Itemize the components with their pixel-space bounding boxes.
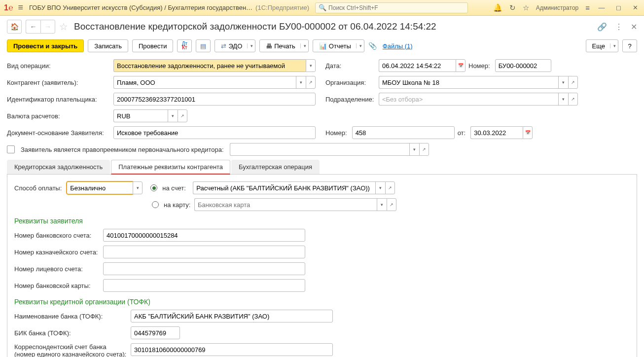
- successor-dropdown[interactable]: ▾: [409, 143, 419, 156]
- payment-method-input[interactable]: [67, 181, 133, 194]
- nav-forward-button[interactable]: →: [40, 20, 55, 34]
- operation-type-input[interactable]: [113, 59, 306, 72]
- minimize-button[interactable]: —: [597, 4, 607, 11]
- date-picker-button[interactable]: 📅: [456, 59, 465, 72]
- counterparty-label: Контрагент (заявитель):: [7, 79, 110, 86]
- bell-icon[interactable]: 🔔: [493, 3, 502, 12]
- payer-id-input[interactable]: [113, 93, 316, 106]
- close-doc-button[interactable]: ✕: [631, 22, 637, 32]
- treasury-input[interactable]: [103, 246, 305, 258]
- search-icon: 🔍: [319, 4, 326, 11]
- currency-input[interactable]: [113, 109, 168, 122]
- account-open[interactable]: ↗: [385, 181, 395, 194]
- personal-input[interactable]: [103, 262, 305, 275]
- home-button[interactable]: 🏠: [7, 20, 22, 34]
- radio-to-card[interactable]: [152, 201, 159, 208]
- user-label[interactable]: Администратор: [536, 4, 579, 11]
- card-num-input[interactable]: [103, 279, 305, 292]
- currency-open[interactable]: ↗: [178, 109, 187, 122]
- star-icon[interactable]: ☆: [523, 3, 529, 12]
- save-button[interactable]: Записать: [88, 39, 128, 52]
- basis-num-input[interactable]: [352, 126, 455, 139]
- counterparty-input[interactable]: [113, 76, 296, 89]
- favorite-toggle[interactable]: ☆: [59, 21, 68, 33]
- payer-id-label: Идентификатор плательщика:: [7, 96, 110, 103]
- operation-type-dropdown[interactable]: ▾: [306, 59, 316, 72]
- bank-name-label: Наименование банка (ТОФК):: [14, 313, 128, 320]
- toolbar: Провести и закрыть Записать Провести ДтК…: [0, 37, 644, 57]
- account-dropdown[interactable]: ▾: [375, 181, 385, 194]
- nav-back-button[interactable]: ←: [26, 20, 40, 34]
- card-open[interactable]: ↗: [387, 198, 396, 211]
- org-open[interactable]: ↗: [568, 76, 578, 89]
- successor-label: Заявитель является правопреемником перво…: [21, 146, 224, 153]
- bank-acc-input[interactable]: [103, 229, 305, 242]
- more-button[interactable]: Еще: [586, 39, 618, 52]
- successor-input[interactable]: [230, 143, 409, 156]
- basis-date-input[interactable]: [470, 126, 523, 139]
- org-dropdown[interactable]: ▾: [558, 76, 568, 89]
- org-label: Организация:: [325, 79, 374, 86]
- credit-org-section-title: Реквизиты кредитной организации (ТОФК): [14, 298, 630, 306]
- tab-creditor-debt[interactable]: Кредиторская задолженность: [7, 160, 110, 174]
- doc-title: Восстановление кредиторской задолженност…: [74, 21, 589, 32]
- panel-icon[interactable]: ≡: [585, 3, 590, 12]
- basis-input[interactable]: [113, 126, 316, 139]
- operation-type-label: Вид операции:: [7, 62, 110, 70]
- app-suffix: (1С:Предприятие): [255, 4, 309, 11]
- org-input[interactable]: [379, 76, 558, 89]
- basis-label: Документ-основание Заявителя:: [7, 129, 110, 137]
- global-search[interactable]: 🔍: [315, 2, 468, 13]
- files-link[interactable]: Файлы (1): [383, 42, 413, 50]
- bank-acc-label: Номер банковского счета:: [14, 232, 100, 239]
- payment-method-label: Способ оплаты:: [14, 184, 62, 192]
- card-num-label: Номер банковской карты:: [14, 282, 100, 289]
- dept-input[interactable]: [379, 93, 558, 106]
- dept-dropdown[interactable]: ▾: [558, 93, 568, 106]
- successor-open[interactable]: ↗: [419, 143, 429, 156]
- search-input[interactable]: [328, 4, 465, 11]
- account-input[interactable]: [193, 181, 375, 194]
- date-label: Дата:: [325, 62, 374, 70]
- help-button[interactable]: ?: [622, 39, 637, 52]
- radio-to-account[interactable]: [150, 184, 157, 191]
- corr-input[interactable]: [131, 343, 333, 356]
- print-button[interactable]: 🖶 Печать: [259, 39, 309, 52]
- edo-button[interactable]: ⇄ ЭДО: [215, 39, 255, 52]
- bik-input[interactable]: [131, 326, 180, 339]
- counterparty-open[interactable]: ↗: [306, 76, 316, 89]
- kebab-icon[interactable]: ⋮: [615, 22, 623, 32]
- card-dropdown[interactable]: ▾: [377, 198, 387, 211]
- close-window-button[interactable]: ✕: [630, 4, 640, 11]
- post-button[interactable]: Провести: [132, 39, 174, 52]
- tabs: Кредиторская задолженность Платежные рек…: [7, 160, 637, 175]
- bank-name-input[interactable]: [131, 310, 333, 322]
- tab-accounting-op[interactable]: Бухгалтерская операция: [231, 160, 320, 174]
- basis-from-label: от:: [458, 129, 466, 137]
- basis-date-picker[interactable]: 📅: [523, 126, 533, 139]
- tab-content: Способ оплаты: ▾ на счет: ▾ ↗ на карту: …: [7, 175, 637, 357]
- post-and-close-button[interactable]: Провести и закрыть: [7, 39, 84, 52]
- payment-method-dropdown[interactable]: ▾: [133, 181, 143, 194]
- successor-checkbox[interactable]: [7, 145, 15, 153]
- basis-num-label: Номер:: [325, 129, 347, 137]
- attachment-icon[interactable]: 📎: [368, 42, 377, 50]
- tab-payment-details[interactable]: Платежные реквизиты контрагента: [111, 160, 230, 175]
- menu-icon[interactable]: ≡: [18, 2, 24, 13]
- number-label: Номер:: [468, 62, 490, 70]
- reports-button[interactable]: 📊 Отчеты: [313, 39, 364, 52]
- maximize-button[interactable]: ◻: [613, 4, 623, 11]
- dtkt-button[interactable]: ДтКт: [177, 39, 192, 52]
- personal-label: Номер лицевого счета:: [14, 265, 100, 273]
- currency-dropdown[interactable]: ▾: [168, 109, 178, 122]
- counterparty-dropdown[interactable]: ▾: [296, 76, 306, 89]
- number-input[interactable]: [495, 59, 551, 72]
- dept-open[interactable]: ↗: [568, 93, 578, 106]
- card-input[interactable]: [194, 198, 377, 211]
- history-icon[interactable]: ↻: [509, 3, 516, 12]
- logo-1c: 1℮: [4, 3, 13, 12]
- date-input[interactable]: [379, 59, 456, 72]
- link-icon[interactable]: 🔗: [597, 22, 607, 32]
- list-button[interactable]: ▤: [196, 39, 211, 52]
- bik-label: БИК банка (ТОФК):: [14, 329, 128, 337]
